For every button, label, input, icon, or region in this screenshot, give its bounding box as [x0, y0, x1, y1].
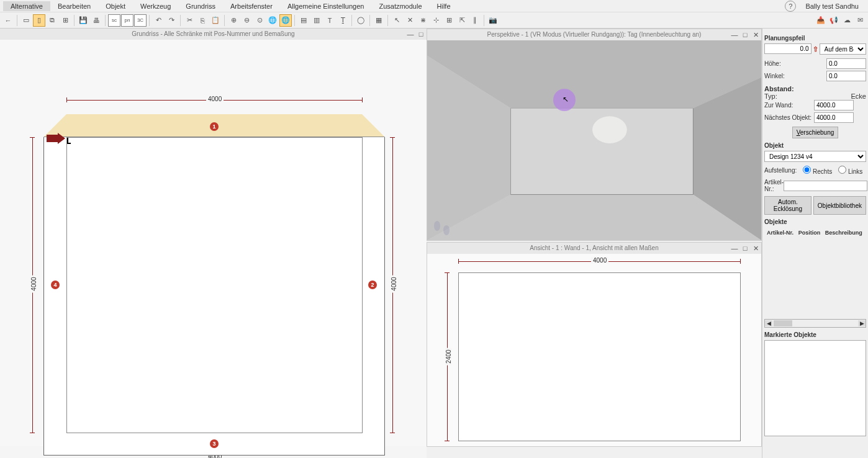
perspective-panel: Perspektive - 1 (VR Modus (Virtueller Ru…: [427, 29, 762, 241]
winkel-input[interactable]: [826, 71, 866, 81]
snap1-icon[interactable]: ✕: [404, 14, 416, 27]
markierte-label: Markierte Objekte: [764, 331, 866, 338]
menu-werkzeug[interactable]: Werkzeug: [133, 1, 178, 11]
zurwand-input[interactable]: [814, 100, 854, 110]
layout-3-icon[interactable]: ⧉: [46, 14, 58, 27]
horizontal-scrollbar[interactable]: ◀▶: [764, 319, 866, 328]
footsteps-icon: [431, 221, 456, 236]
circle-icon[interactable]: ◯: [355, 14, 367, 27]
minimize-icon[interactable]: —: [730, 244, 739, 253]
col-artikelnr[interactable]: Artikel-Nr.: [766, 228, 796, 237]
cloud-icon[interactable]: ☁: [841, 14, 853, 27]
abstand-label: Abstand:: [764, 85, 794, 92]
level-up-icon: ⇧: [813, 45, 818, 53]
snap2-icon[interactable]: ⋇: [417, 14, 429, 27]
nachstes-input[interactable]: [814, 112, 854, 123]
inbox-icon[interactable]: 📥: [815, 14, 827, 27]
cut-icon[interactable]: ✂: [183, 14, 196, 27]
user-label: Bally test Sandhu: [805, 2, 865, 10]
minimize-icon[interactable]: —: [406, 30, 415, 38]
pointer-icon[interactable]: ↖: [391, 14, 403, 27]
menu-einstellungen[interactable]: Allgemeine Einstellungen: [280, 1, 372, 11]
print-icon[interactable]: 🖶: [90, 14, 102, 27]
sidebar-title: Planungspfeil: [764, 35, 866, 42]
wall-badge-4[interactable]: 4: [51, 281, 60, 289]
menu-bearbeiten[interactable]: Bearbeiten: [50, 1, 98, 11]
snap3-icon[interactable]: ⊹: [430, 14, 442, 27]
wall-badge-1[interactable]: 1: [210, 122, 219, 131]
verschiebung-button[interactable]: VVerschiebungerschiebung: [792, 127, 839, 138]
artikelnr-input[interactable]: [784, 181, 867, 191]
snap5-icon[interactable]: ∥: [469, 14, 481, 27]
toolbar: ← ▭ ▯ ⧉ ⊞ 💾 🖶 sc pn 3C ↶ ↷ ✂ ⎘ 📋 ⊕ ⊖ ⊙ 🌐…: [0, 12, 868, 29]
hoehe-input[interactable]: [826, 58, 866, 69]
ecklosung-button[interactable]: Autom. Ecklösung: [764, 196, 811, 215]
svg-point-12: [443, 225, 450, 235]
snap4-icon[interactable]: ⇱: [456, 14, 468, 27]
level-value-input[interactable]: [764, 43, 811, 54]
menu-hilfe[interactable]: Hilfe: [430, 1, 458, 11]
layout-2-icon[interactable]: ▯: [33, 14, 45, 27]
menu-bar: Alternative Bearbeiten Objekt Werkzeug G…: [0, 0, 868, 12]
menu-objekt[interactable]: Objekt: [98, 1, 133, 11]
mail-icon[interactable]: ✉: [854, 14, 866, 27]
copy-icon[interactable]: ⎘: [196, 14, 209, 27]
svg-point-6: [592, 116, 627, 143]
text-icon[interactable]: T: [323, 14, 336, 27]
zoom-in-icon[interactable]: ⊕: [227, 14, 240, 27]
pn-mode-icon[interactable]: pn: [121, 14, 133, 27]
note-icon[interactable]: ▤: [297, 14, 310, 27]
layout-4-icon[interactable]: ⊞: [59, 14, 71, 27]
svg-point-11: [434, 221, 440, 231]
planning-arrow-icon[interactable]: [47, 133, 65, 145]
menu-zusatzmodule[interactable]: Zusatzmodule: [371, 1, 429, 11]
maximize-icon[interactable]: □: [417, 30, 425, 38]
ansicht-canvas[interactable]: 4000 2400: [427, 254, 761, 446]
sc-mode-icon[interactable]: sc: [108, 14, 120, 27]
text2-icon[interactable]: Ṯ: [337, 14, 349, 27]
perspective-canvas[interactable]: ↖: [427, 40, 761, 240]
list-icon[interactable]: ▦: [373, 14, 385, 27]
svg-marker-0: [47, 133, 65, 144]
rechts-radio[interactable]: Rechts: [803, 166, 832, 175]
close-icon[interactable]: ✕: [751, 30, 760, 39]
paste-icon[interactable]: 📋: [209, 14, 222, 27]
redo-icon[interactable]: ↷: [165, 14, 178, 27]
wall-badge-2[interactable]: 2: [368, 281, 377, 289]
undo-icon[interactable]: ↶: [152, 14, 165, 27]
globe-icon[interactable]: 🌐: [266, 14, 279, 27]
maximize-icon[interactable]: □: [741, 244, 749, 253]
close-icon[interactable]: ✕: [751, 244, 760, 253]
zoom-fit-icon[interactable]: ⊙: [253, 14, 266, 27]
level-select[interactable]: Auf dem Boden: [820, 43, 867, 55]
menu-grundriss[interactable]: Grundriss: [178, 1, 223, 11]
links-radio[interactable]: Links: [838, 166, 862, 175]
dim-top: 4000: [206, 96, 224, 102]
camera-icon[interactable]: 📷: [487, 14, 499, 27]
back-icon[interactable]: ←: [2, 14, 14, 27]
announce-icon[interactable]: 📢: [828, 14, 840, 27]
grid-icon[interactable]: ⊞: [443, 14, 455, 27]
3c-mode-icon[interactable]: 3C: [134, 14, 147, 27]
cursor-icon: ↖: [563, 95, 569, 104]
globe-highlight-icon[interactable]: 🌐: [279, 14, 292, 27]
objekt-select[interactable]: Design 1234 v4: [764, 151, 866, 162]
layout-1-icon[interactable]: ▭: [20, 14, 32, 27]
help-icon[interactable]: ?: [785, 1, 796, 12]
menu-alternative[interactable]: Alternative: [3, 1, 50, 11]
note2-icon[interactable]: ▥: [310, 14, 323, 27]
bibliothek-button[interactable]: Objektbibliothek: [813, 196, 866, 215]
maximize-icon[interactable]: □: [741, 30, 749, 39]
menu-arbeitsfenster[interactable]: Arbeitsfenster: [223, 1, 280, 11]
wall-badge-3[interactable]: 3: [210, 439, 219, 448]
markierte-list[interactable]: [764, 340, 866, 436]
grundriss-title: Grundriss - Alle Schränke mit Pos-Nummer…: [0, 29, 427, 40]
typ-label: Typ:: [764, 92, 777, 100]
zoom-out-icon[interactable]: ⊖: [240, 14, 253, 27]
save-icon[interactable]: 💾: [77, 14, 89, 27]
col-position[interactable]: Position: [797, 228, 823, 237]
minimize-icon[interactable]: —: [730, 30, 739, 39]
col-beschreibung[interactable]: Beschreibung: [824, 228, 865, 237]
floorplan-canvas[interactable]: 4000 4000 4000 4000 1 2 3 4: [0, 40, 427, 446]
nachstes-label: Nächstes Objekt:: [764, 114, 814, 121]
